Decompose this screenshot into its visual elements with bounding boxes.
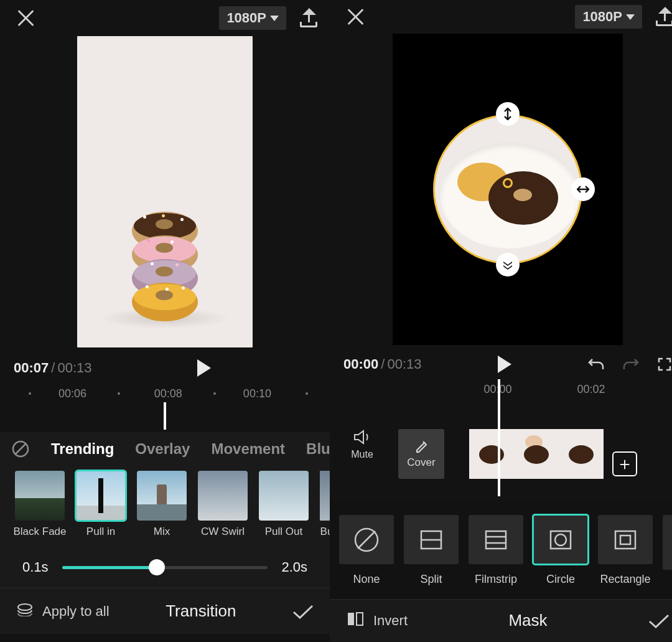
- apply-to-all-label: Apply to all: [42, 603, 110, 620]
- mask-handle-feather[interactable]: [496, 253, 520, 276]
- no-transition-icon[interactable]: [11, 440, 30, 458]
- time-current: 00:07: [14, 360, 49, 376]
- svg-line-4: [358, 531, 375, 549]
- mute-icon[interactable]: [353, 429, 371, 445]
- mask-shape-tools: None Split Filmstrip Circle Rectangle: [330, 499, 672, 587]
- mask-none[interactable]: None: [338, 515, 394, 587]
- apply-to-all-button[interactable]: Apply to all: [16, 603, 110, 620]
- svg-point-2: [18, 604, 32, 610]
- invert-icon: [346, 611, 365, 631]
- confirm-icon[interactable]: [648, 613, 670, 628]
- time-total: 00:13: [57, 360, 91, 376]
- mask-rectangle[interactable]: Rectangle: [597, 515, 653, 587]
- layers-icon: [16, 603, 34, 620]
- tab-overlay[interactable]: Overlay: [135, 440, 190, 458]
- mask-handle-horizontal[interactable]: [571, 177, 595, 201]
- mask-handle-vertical[interactable]: [496, 102, 520, 126]
- timeline-clips: Mute Cover ＋: [330, 429, 672, 499]
- ruler-tick: 00:08: [154, 387, 182, 400]
- mute-label: Mute: [351, 449, 373, 460]
- panel-title: Transition: [110, 602, 292, 621]
- redo-icon[interactable]: [622, 357, 640, 372]
- playhead[interactable]: [164, 402, 166, 430]
- invert-label: Invert: [373, 613, 408, 629]
- duration-slider[interactable]: [62, 566, 268, 569]
- mask-center-marker[interactable]: [503, 178, 513, 188]
- time-separator: /: [49, 360, 57, 376]
- panel-title: Mask: [408, 611, 648, 630]
- top-bar: 1080P: [0, 0, 330, 36]
- svg-rect-13: [620, 536, 630, 544]
- timeline-ruler[interactable]: 00:00 00:02: [330, 379, 672, 429]
- time-separator: /: [378, 356, 387, 372]
- caret-down-icon: [270, 16, 279, 21]
- close-icon[interactable]: [346, 7, 365, 26]
- confirm-icon[interactable]: [292, 604, 314, 619]
- video-preview[interactable]: [330, 34, 672, 350]
- cover-label: Cover: [407, 456, 435, 469]
- play-icon[interactable]: [498, 356, 511, 373]
- mask-filmstrip[interactable]: Filmstrip: [468, 515, 524, 587]
- svg-rect-12: [615, 531, 635, 549]
- footer-bar: Invert Mask: [330, 599, 672, 642]
- cover-button[interactable]: Cover: [398, 429, 444, 479]
- slider-max: 2.0s: [281, 559, 307, 575]
- mask-editor-screen: 1080P: [330, 0, 672, 642]
- export-icon[interactable]: [300, 9, 317, 27]
- time-total: 00:13: [387, 356, 421, 372]
- mask-split[interactable]: Split: [403, 515, 459, 587]
- preview-canvas: [393, 34, 623, 345]
- svg-line-1: [15, 443, 26, 455]
- slider-knob[interactable]: [149, 559, 165, 575]
- ruler-tick: 00:06: [58, 387, 86, 400]
- play-bar: 00:00 / 00:13: [330, 350, 672, 379]
- caret-down-icon: [626, 14, 635, 20]
- playhead[interactable]: [498, 379, 500, 496]
- tab-trending[interactable]: Trending: [51, 440, 114, 458]
- mask-circle[interactable]: Circle: [533, 515, 589, 587]
- footer-bar: Apply to all Transition: [0, 588, 330, 634]
- resolution-dropdown[interactable]: 1080P: [219, 6, 286, 30]
- top-bar: 1080P: [330, 0, 672, 34]
- transition-more[interactable]: Bu: [320, 471, 330, 538]
- undo-icon[interactable]: [587, 357, 605, 372]
- clip-strip[interactable]: [469, 429, 604, 479]
- ruler-tick: 00:02: [577, 383, 605, 396]
- play-bar: 00:07 / 00:13: [0, 352, 330, 384]
- resolution-label: 1080P: [226, 10, 266, 26]
- resolution-label: 1080P: [582, 9, 622, 25]
- svg-rect-7: [486, 531, 506, 549]
- ruler-tick: 00:10: [243, 387, 271, 400]
- timeline-ruler[interactable]: 00:06 00:08 00:10: [0, 384, 330, 432]
- invert-mask-button[interactable]: Invert: [346, 611, 408, 631]
- transition-black-fade[interactable]: Black Fade: [15, 471, 65, 538]
- slider-min: 0.1s: [22, 559, 49, 575]
- circle-mask[interactable]: [433, 115, 582, 264]
- play-icon[interactable]: [197, 359, 211, 377]
- transition-category-tabs: Trending Overlay Movement Blur Ba: [0, 432, 330, 466]
- mask-more[interactable]: [662, 515, 672, 587]
- transition-duration-slider-row: 0.1s 2.0s: [0, 547, 330, 588]
- tab-movement[interactable]: Movement: [211, 440, 285, 458]
- transition-pull-out[interactable]: Pull Out: [259, 471, 309, 538]
- transition-cw-swirl[interactable]: CW Swirl: [198, 471, 248, 538]
- svg-point-11: [555, 534, 566, 545]
- fullscreen-icon[interactable]: [657, 357, 672, 372]
- resolution-dropdown[interactable]: 1080P: [575, 5, 642, 29]
- transition-thumbnails: Black Fade Pull in Mix CW Swirl Pull Out…: [0, 466, 330, 547]
- video-preview[interactable]: [0, 36, 330, 352]
- transition-pull-in[interactable]: Pull in: [76, 471, 126, 538]
- transition-mix[interactable]: Mix: [137, 471, 187, 538]
- close-icon[interactable]: [16, 9, 35, 27]
- add-clip-icon[interactable]: ＋: [612, 451, 637, 476]
- preview-canvas: [77, 36, 253, 347]
- transition-editor-screen: 1080P: [0, 0, 330, 642]
- export-icon[interactable]: [656, 7, 672, 26]
- time-current: 00:00: [343, 356, 378, 372]
